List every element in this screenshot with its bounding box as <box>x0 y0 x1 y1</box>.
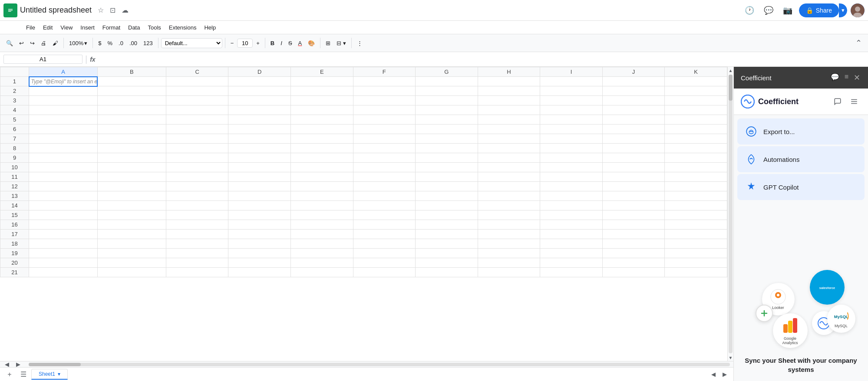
font-decrease-btn[interactable]: − <box>228 38 237 48</box>
cell-K7[interactable] <box>665 134 727 144</box>
sheet-tab-sheet1[interactable]: Sheet1 ▾ <box>31 369 68 380</box>
cell-H10[interactable] <box>478 163 540 172</box>
cell-F18[interactable] <box>353 239 416 249</box>
cell-G13[interactable] <box>416 191 478 201</box>
cell-I13[interactable] <box>540 191 603 201</box>
cell-H12[interactable] <box>478 182 540 191</box>
cell-B16[interactable] <box>97 220 166 230</box>
cell-K19[interactable] <box>665 249 727 258</box>
cell-H18[interactable] <box>478 239 540 249</box>
cell-F5[interactable] <box>353 115 416 125</box>
row-header-14[interactable]: 14 <box>0 201 29 210</box>
sheet-tab-caret[interactable]: ▾ <box>58 371 60 377</box>
cell-G20[interactable] <box>416 258 478 268</box>
row-header-4[interactable]: 4 <box>0 105 29 115</box>
cell-A15[interactable] <box>29 210 98 220</box>
cell-J13[interactable] <box>602 191 665 201</box>
cell-J14[interactable] <box>602 201 665 210</box>
cell-B18[interactable] <box>97 239 166 249</box>
cell-C4[interactable] <box>166 105 228 115</box>
cell-B11[interactable] <box>97 172 166 182</box>
folder-icon[interactable]: ⊡ <box>108 4 117 16</box>
cell-A1[interactable]: Type "@Emoji" to insert an emoji <box>29 77 98 86</box>
cell-A20[interactable] <box>29 258 98 268</box>
cell-B4[interactable] <box>97 105 166 115</box>
row-header-12[interactable]: 12 <box>0 182 29 191</box>
menu-tools[interactable]: Tools <box>144 23 164 33</box>
cell-J16[interactable] <box>602 220 665 230</box>
cell-E19[interactable] <box>291 249 353 258</box>
cell-J10[interactable] <box>602 163 665 172</box>
cell-A19[interactable] <box>29 249 98 258</box>
cell-J5[interactable] <box>602 115 665 125</box>
row-header-17[interactable]: 17 <box>0 230 29 239</box>
cell-F12[interactable] <box>353 182 416 191</box>
cell-D3[interactable] <box>228 96 291 105</box>
v-scroll-thumb[interactable] <box>729 75 733 101</box>
cell-E16[interactable] <box>291 220 353 230</box>
cell-E14[interactable] <box>291 201 353 210</box>
row-header-11[interactable]: 11 <box>0 172 29 182</box>
cell-K17[interactable] <box>665 230 727 239</box>
cell-G17[interactable] <box>416 230 478 239</box>
cell-K8[interactable] <box>665 144 727 153</box>
share-button[interactable]: 🔒 Share <box>799 3 839 17</box>
cell-C7[interactable] <box>166 134 228 144</box>
cell-F8[interactable] <box>353 144 416 153</box>
cell-F6[interactable] <box>353 125 416 134</box>
strikethrough-btn[interactable]: S <box>286 38 295 48</box>
cell-D8[interactable] <box>228 144 291 153</box>
col-header-b[interactable]: B <box>97 67 166 77</box>
cell-B7[interactable] <box>97 134 166 144</box>
cell-D18[interactable] <box>228 239 291 249</box>
cell-J1[interactable] <box>602 77 665 86</box>
cell-D5[interactable] <box>228 115 291 125</box>
cell-D7[interactable] <box>228 134 291 144</box>
cell-E3[interactable] <box>291 96 353 105</box>
cell-E11[interactable] <box>291 172 353 182</box>
cell-D17[interactable] <box>228 230 291 239</box>
cell-A2[interactable] <box>29 86 98 96</box>
cell-J21[interactable] <box>602 268 665 277</box>
cell-K20[interactable] <box>665 258 727 268</box>
horizontal-scrollbar[interactable]: ◀ ▶ <box>0 361 733 367</box>
cell-I19[interactable] <box>540 249 603 258</box>
cell-A4[interactable] <box>29 105 98 115</box>
redo-btn[interactable]: ↪ <box>27 38 37 48</box>
add-integration-btn[interactable] <box>756 305 773 322</box>
cell-C17[interactable] <box>166 230 228 239</box>
cell-F19[interactable] <box>353 249 416 258</box>
undo-btn[interactable]: ↩ <box>17 38 26 48</box>
bold-btn[interactable]: B <box>268 38 277 48</box>
comment-icon[interactable]: 💬 <box>761 3 776 18</box>
cell-G3[interactable] <box>416 96 478 105</box>
cell-A14[interactable] <box>29 201 98 210</box>
cell-E7[interactable] <box>291 134 353 144</box>
cell-K18[interactable] <box>665 239 727 249</box>
cell-C8[interactable] <box>166 144 228 153</box>
cell-D10[interactable] <box>228 163 291 172</box>
cell-D9[interactable] <box>228 153 291 163</box>
cell-K3[interactable] <box>665 96 727 105</box>
cell-K5[interactable] <box>665 115 727 125</box>
row-header-1[interactable]: 1 <box>0 77 29 86</box>
hide-toolbar-btn[interactable]: ⌃ <box>853 36 865 49</box>
cell-G19[interactable] <box>416 249 478 258</box>
cell-B17[interactable] <box>97 230 166 239</box>
cell-B6[interactable] <box>97 125 166 134</box>
cell-B15[interactable] <box>97 210 166 220</box>
add-sheet-btn[interactable]: + <box>3 369 16 380</box>
cell-A7[interactable] <box>29 134 98 144</box>
cell-A10[interactable] <box>29 163 98 172</box>
cell-A13[interactable] <box>29 191 98 201</box>
search-toolbar-btn[interactable]: 🔍 <box>3 38 16 48</box>
cell-E10[interactable] <box>291 163 353 172</box>
cell-F20[interactable] <box>353 258 416 268</box>
cell-D2[interactable] <box>228 86 291 96</box>
cell-I10[interactable] <box>540 163 603 172</box>
v-scroll-track[interactable] <box>729 75 733 353</box>
cell-E12[interactable] <box>291 182 353 191</box>
cell-C5[interactable] <box>166 115 228 125</box>
col-header-a[interactable]: A <box>29 67 98 77</box>
cell-K12[interactable] <box>665 182 727 191</box>
